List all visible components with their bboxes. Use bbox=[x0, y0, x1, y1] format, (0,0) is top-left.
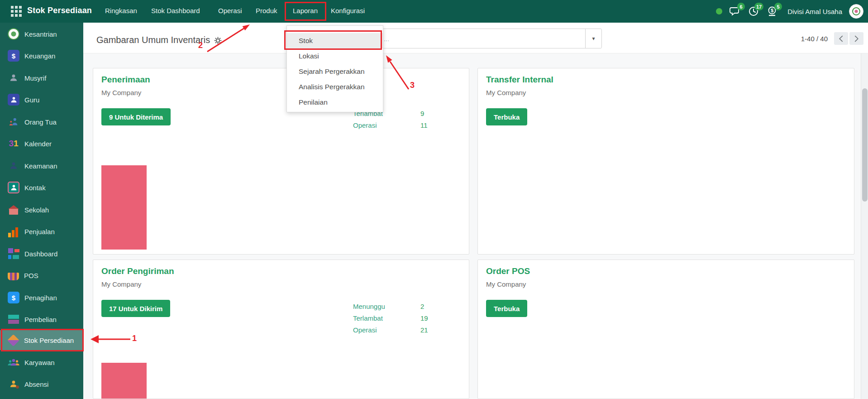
company-switcher[interactable]: Divisi Amal Usaha bbox=[787, 8, 842, 15]
pos-awning-icon bbox=[8, 273, 19, 280]
control-panel: Gambaran Umum Inventaris ▾ 1-40 / 40 bbox=[83, 23, 868, 53]
card-company: My Company bbox=[101, 280, 141, 288]
vertical-scrollbar[interactable] bbox=[861, 53, 868, 399]
kanban-card-penerimaan: Penerimaan My Company 9 Untuk Diterima T… bbox=[93, 68, 469, 255]
sidebar-item-kontak[interactable]: Kontak bbox=[0, 178, 83, 197]
billing-dollar-icon: $ bbox=[8, 292, 19, 303]
kanban-bar-chart bbox=[101, 363, 147, 399]
systray: 6 17 $ 5 Divisi Amal Usaha bbox=[716, 0, 863, 23]
kesantrian-logo-icon bbox=[8, 28, 19, 40]
to-ship-button[interactable]: 17 Untuk Dikirim bbox=[101, 300, 170, 317]
parents-icon bbox=[8, 116, 19, 128]
sidebar-item-kalender[interactable]: 31 Kalender bbox=[0, 134, 83, 154]
nav-item-ringkasan[interactable]: Ringkasan bbox=[105, 7, 137, 14]
svg-text:$: $ bbox=[771, 8, 773, 13]
teacher-icon bbox=[8, 94, 19, 106]
employees-icon bbox=[8, 356, 19, 368]
sidebar-item-keuangan[interactable]: $ Keuangan bbox=[0, 46, 83, 66]
card-title[interactable]: Order Pengiriman bbox=[101, 266, 174, 276]
page-title: Gambaran Umum Inventaris bbox=[96, 35, 222, 45]
money-requests-icon[interactable]: $ 5 bbox=[766, 5, 778, 17]
sidebar-item-musyrif[interactable]: Musyrif bbox=[0, 68, 83, 88]
nav-item-stok-dashboard[interactable]: Stok Dashboard bbox=[151, 7, 200, 14]
pager-previous-button[interactable] bbox=[834, 32, 848, 45]
card-title[interactable]: Transfer Internal bbox=[486, 75, 553, 85]
menu-item-penilaian[interactable]: Penilaian bbox=[287, 95, 383, 110]
menu-item-analisis-pergerakkan[interactable]: Analisis Pergerakkan bbox=[287, 79, 383, 95]
pager-next-button[interactable] bbox=[849, 32, 863, 45]
scrollbar-thumb[interactable] bbox=[862, 88, 868, 202]
school-building-icon bbox=[8, 204, 19, 216]
to-receive-button[interactable]: 9 Untuk Diterima bbox=[101, 108, 171, 125]
top-navbar: Stok Persediaan Ringkasan Stok Dashboard… bbox=[0, 0, 868, 23]
card-title[interactable]: Penerimaan bbox=[101, 75, 150, 85]
nav-item-operasi[interactable]: Operasi bbox=[218, 7, 242, 14]
contacts-icon bbox=[8, 182, 19, 193]
card-stats: Menunggu 2 Terlambat 19 Operasi 21 bbox=[353, 301, 466, 336]
kanban-bar-chart bbox=[101, 165, 147, 250]
sidebar-item-orang-tua[interactable]: Orang Tua bbox=[0, 112, 83, 132]
apps-menu-icon[interactable] bbox=[11, 6, 22, 17]
chevron-right-icon bbox=[854, 35, 859, 42]
sidebar-item-pos[interactable]: POS bbox=[0, 265, 83, 285]
card-company: My Company bbox=[486, 89, 526, 96]
activities-icon[interactable]: 17 bbox=[748, 5, 759, 17]
menu-item-lokasi[interactable]: Lokasi bbox=[287, 48, 383, 64]
card-company: My Company bbox=[486, 280, 526, 288]
stat-row-operasi[interactable]: Operasi 11 bbox=[353, 120, 466, 131]
sidebar-item-penagihan[interactable]: $ Penagihan bbox=[0, 288, 83, 308]
card-company: My Company bbox=[101, 89, 141, 96]
pager-range: 1-40 / 40 bbox=[801, 35, 828, 43]
messages-badge: 6 bbox=[737, 3, 745, 10]
messages-icon[interactable]: 6 bbox=[729, 5, 741, 17]
laporan-dropdown-menu: Stok Lokasi Sejarah Pergerakkan Analisis… bbox=[286, 25, 383, 112]
open-transfers-button[interactable]: Terbuka bbox=[486, 108, 527, 125]
card-title[interactable]: Order POS bbox=[486, 266, 530, 276]
sidebar: Kesantrian $ Keuangan Musyrif Guru Orang… bbox=[0, 23, 83, 399]
pager: 1-40 / 40 bbox=[801, 32, 863, 45]
kanban-card-order-pengiriman: Order Pengiriman My Company 17 Untuk Dik… bbox=[93, 260, 469, 399]
attendance-icon bbox=[8, 378, 19, 390]
sidebar-item-pembelian[interactable]: Pembelian bbox=[0, 309, 83, 329]
menu-item-stok[interactable]: Stok bbox=[287, 33, 383, 48]
sidebar-item-stok-persediaan[interactable]: Stok Persediaan bbox=[0, 330, 83, 350]
app-name[interactable]: Stok Persediaan bbox=[27, 6, 92, 15]
sidebar-item-keamanan[interactable]: Keamanan bbox=[0, 156, 83, 176]
kanban-card-transfer-internal: Transfer Internal My Company Terbuka bbox=[477, 68, 854, 255]
nav-item-laporan[interactable]: Laporan bbox=[293, 7, 318, 14]
sidebar-item-guru[interactable]: Guru bbox=[0, 90, 83, 110]
chevron-left-icon bbox=[839, 35, 844, 42]
presence-status-icon bbox=[716, 8, 722, 14]
security-guard-icon bbox=[8, 160, 19, 172]
dashboard-tiles-icon bbox=[8, 248, 19, 260]
search-options-toggle[interactable]: ▾ bbox=[585, 29, 601, 48]
sales-chart-icon bbox=[8, 226, 19, 237]
purchase-layers-icon bbox=[8, 313, 19, 325]
inventory-cube-icon bbox=[7, 334, 19, 346]
nav-item-konfigurasi[interactable]: Konfigurasi bbox=[331, 7, 365, 14]
stat-row-menunggu[interactable]: Menunggu 2 bbox=[353, 301, 466, 312]
finance-dollar-icon: $ bbox=[8, 50, 19, 62]
sidebar-item-karyawan[interactable]: Karyawan bbox=[0, 352, 83, 372]
stat-row-terlambat[interactable]: Terlambat 19 bbox=[353, 312, 466, 324]
activities-badge: 17 bbox=[754, 3, 763, 10]
money-badge: 5 bbox=[774, 3, 782, 10]
sidebar-item-penjualan[interactable]: Penjualan bbox=[0, 221, 83, 241]
stat-row-operasi[interactable]: Operasi 21 bbox=[353, 324, 466, 336]
nav-item-produk[interactable]: Produk bbox=[256, 7, 277, 14]
open-pos-orders-button[interactable]: Terbuka bbox=[486, 300, 527, 317]
menu-item-sejarah-pergerakkan[interactable]: Sejarah Pergerakkan bbox=[287, 64, 383, 79]
calendar-31-icon: 31 bbox=[8, 138, 19, 149]
sidebar-item-kesantrian[interactable]: Kesantrian bbox=[0, 24, 83, 44]
sidebar-item-dashboard[interactable]: Dashboard bbox=[0, 244, 83, 264]
kanban-card-order-pos: Order POS My Company Terbuka bbox=[477, 260, 854, 399]
musyrif-person-icon bbox=[8, 72, 19, 84]
user-avatar[interactable] bbox=[849, 4, 863, 19]
sidebar-item-absensi[interactable]: Absensi bbox=[0, 374, 83, 394]
sidebar-item-sekolah[interactable]: Sekolah bbox=[0, 200, 83, 220]
caret-down-icon: ▾ bbox=[592, 35, 595, 42]
gear-icon[interactable] bbox=[214, 37, 222, 44]
